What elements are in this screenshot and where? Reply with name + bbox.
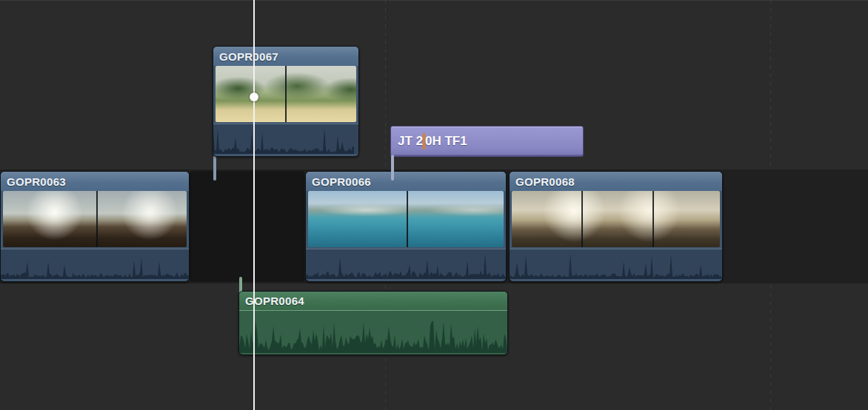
- filmstrip-thumbnails: [308, 191, 504, 247]
- audio-waveform: [1, 249, 189, 279]
- gap-clip[interactable]: [190, 171, 304, 282]
- clip-title: GOPR0068: [510, 172, 722, 191]
- clip-title: GOPR0064: [239, 292, 507, 310]
- connection-stem-gopr0067: [213, 155, 216, 181]
- clip-gopr0063[interactable]: GOPR0063: [0, 171, 190, 282]
- audio-waveform: [510, 249, 722, 279]
- audio-waveform: [213, 124, 358, 154]
- playhead[interactable]: [253, 0, 255, 410]
- timeline-canvas[interactable]: GOPR0067 JT 20H TF1 GOPR0063 GOPR0066 GO…: [0, 0, 868, 410]
- clip-gopr0068[interactable]: GOPR0068: [509, 171, 723, 282]
- filmstrip-thumbnails: [216, 66, 356, 122]
- clip-gopr0066[interactable]: GOPR0066: [305, 171, 507, 282]
- clip-gopr0064[interactable]: GOPR0064: [238, 291, 508, 355]
- playhead-skimmer-dot[interactable]: [250, 93, 258, 101]
- filmstrip-thumbnails: [3, 191, 187, 247]
- title-text-after-caret: 0H TF1: [425, 134, 467, 149]
- title-clip[interactable]: JT 20H TF1: [390, 126, 584, 157]
- audio-waveform: [306, 249, 506, 279]
- clip-title: GOPR0063: [1, 172, 189, 191]
- audio-waveform: [239, 310, 507, 353]
- title-text-before-caret: JT 2: [398, 134, 423, 149]
- clip-title: GOPR0066: [306, 172, 506, 191]
- connection-stem-title: [391, 155, 394, 181]
- clip-title: GOPR0067: [213, 47, 358, 66]
- filmstrip-thumbnails: [512, 191, 720, 247]
- clip-gopr0067[interactable]: GOPR0067: [213, 46, 359, 157]
